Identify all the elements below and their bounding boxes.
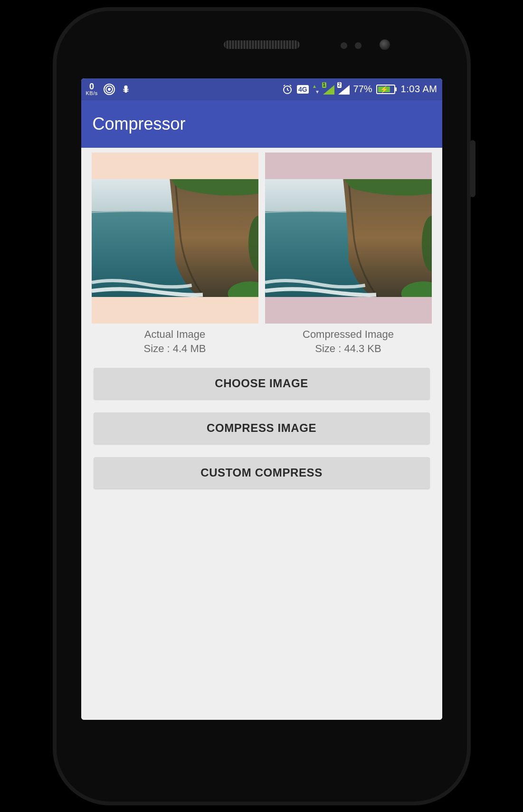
battery-icon: ⚡ <box>376 85 395 94</box>
data-speed-label: KB/s <box>86 91 98 96</box>
custom-compress-button[interactable]: CUSTOM COMPRESS <box>94 457 430 488</box>
data-arrows-icon <box>313 84 319 95</box>
data-speed: 0 KB/s <box>86 82 98 96</box>
svg-point-0 <box>108 88 111 91</box>
statusbar: 0 KB/s <box>81 78 442 100</box>
appbar: Compressor <box>81 100 442 148</box>
button-column: CHOOSE IMAGE COMPRESS IMAGE CUSTOM COMPR… <box>92 368 432 488</box>
app-title: Compressor <box>93 114 186 134</box>
phone-frame: 0 KB/s <box>53 7 471 805</box>
network-badge: 4G <box>297 85 309 94</box>
actual-title: Actual Image <box>92 327 258 342</box>
statusbar-left: 0 KB/s <box>86 82 131 96</box>
front-camera <box>380 39 390 50</box>
actual-image-card <box>92 153 258 324</box>
compressed-caption: Compressed Image Size : 44.3 KB <box>265 327 432 357</box>
compressed-image <box>265 179 432 297</box>
battery-pct: 77% <box>353 84 372 95</box>
compressed-title: Compressed Image <box>265 327 432 342</box>
alarm-icon <box>282 84 293 95</box>
svg-rect-4 <box>124 88 127 93</box>
content: Actual Image Size : 4.4 MB <box>81 148 442 720</box>
sensor-dot <box>355 42 361 49</box>
sim2-signal: 2 <box>338 84 350 95</box>
clock: 1:03 AM <box>401 84 437 95</box>
actual-size: Size : 4.4 MB <box>92 342 258 356</box>
sim1-signal: 1 <box>323 84 334 95</box>
data-speed-value: 0 <box>89 82 94 91</box>
debug-icon <box>121 84 131 95</box>
compress-image-button[interactable]: COMPRESS IMAGE <box>94 412 430 444</box>
compressed-column: Compressed Image Size : 44.3 KB <box>265 153 432 357</box>
charging-icon: ⚡ <box>380 86 388 93</box>
statusbar-right: 4G 1 2 77% ⚡ 1:03 AM <box>282 84 437 95</box>
hotspot-icon <box>104 84 115 95</box>
actual-column: Actual Image Size : 4.4 MB <box>92 153 258 357</box>
side-button <box>470 140 475 197</box>
choose-image-button[interactable]: CHOOSE IMAGE <box>94 368 430 399</box>
screen: 0 KB/s <box>81 78 442 720</box>
actual-caption: Actual Image Size : 4.4 MB <box>92 327 258 357</box>
image-row: Actual Image Size : 4.4 MB <box>92 153 432 357</box>
actual-image <box>92 179 258 297</box>
sensor-dot <box>341 42 347 49</box>
compressed-image-card <box>265 153 432 324</box>
compressed-size: Size : 44.3 KB <box>265 342 432 356</box>
